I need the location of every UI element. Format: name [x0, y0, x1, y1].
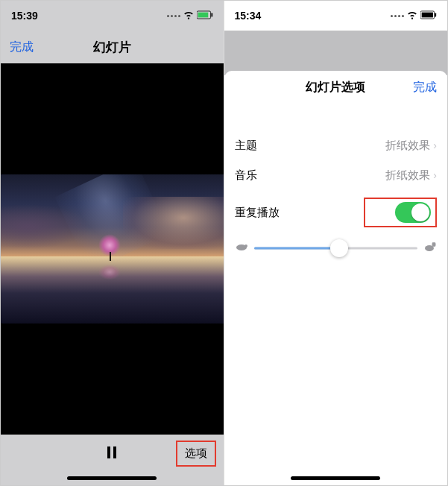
signal-icon: [391, 15, 404, 17]
theme-row[interactable]: 主题 折纸效果 ›: [224, 130, 448, 160]
status-icons: [167, 10, 213, 22]
status-icons: [391, 10, 437, 22]
home-indicator[interactable]: [224, 470, 448, 485]
sheet-title: 幻灯片选项: [306, 80, 365, 95]
slideshow-viewport[interactable]: [1, 63, 224, 435]
svg-point-10: [434, 242, 436, 247]
setting-label: 重复播放: [235, 206, 280, 220]
options-screen: 15:34 幻灯片选项 完成 主题 折纸效果 › 音乐 折纸效果: [224, 1, 448, 485]
settings-list: 主题 折纸效果 › 音乐 折纸效果 › 重复播放: [224, 130, 448, 266]
nav-bar: 完成 幻灯片: [1, 31, 224, 63]
svg-rect-5: [435, 13, 436, 16]
setting-label: 主题: [235, 139, 257, 153]
wifi-icon: [407, 10, 417, 22]
wifi-icon: [183, 10, 194, 22]
svg-rect-2: [211, 13, 212, 16]
svg-rect-1: [198, 13, 208, 18]
slideshow-screen: 15:39 完成 幻灯片 选项: [1, 1, 224, 485]
status-time: 15:34: [235, 10, 262, 22]
svg-rect-4: [422, 13, 433, 18]
highlight-box: [364, 198, 437, 227]
done-button[interactable]: 完成: [413, 80, 437, 95]
home-indicator[interactable]: [1, 470, 224, 485]
setting-value: 折纸效果: [385, 139, 430, 153]
battery-icon: [197, 10, 213, 22]
slide-image: [1, 174, 224, 324]
status-bar: 15:34: [224, 1, 448, 31]
repeat-row: 重复播放: [224, 190, 448, 235]
turtle-icon: [235, 242, 248, 255]
svg-point-7: [244, 244, 247, 247]
rabbit-icon: [423, 242, 437, 255]
page-title: 幻灯片: [93, 39, 131, 56]
setting-value: 折纸效果: [385, 168, 430, 183]
sheet-nav: 幻灯片选项 完成: [224, 71, 448, 104]
speed-slider[interactable]: [254, 241, 418, 256]
battery-icon: [420, 10, 437, 22]
playback-bar: 选项: [1, 435, 224, 470]
status-bar: 15:39: [1, 1, 224, 31]
done-button[interactable]: 完成: [10, 40, 34, 55]
options-button[interactable]: 选项: [176, 441, 216, 467]
slider-thumb[interactable]: [330, 239, 348, 257]
signal-icon: [167, 15, 180, 17]
music-row[interactable]: 音乐 折纸效果 ›: [224, 160, 448, 190]
pause-button[interactable]: [107, 446, 116, 458]
status-time: 15:39: [11, 10, 38, 22]
speed-slider-row: [224, 235, 448, 266]
chevron-right-icon: ›: [433, 169, 437, 181]
sheet-backdrop[interactable]: [224, 31, 448, 75]
repeat-toggle[interactable]: [395, 202, 431, 223]
chevron-right-icon: ›: [433, 139, 437, 151]
setting-label: 音乐: [235, 168, 257, 183]
